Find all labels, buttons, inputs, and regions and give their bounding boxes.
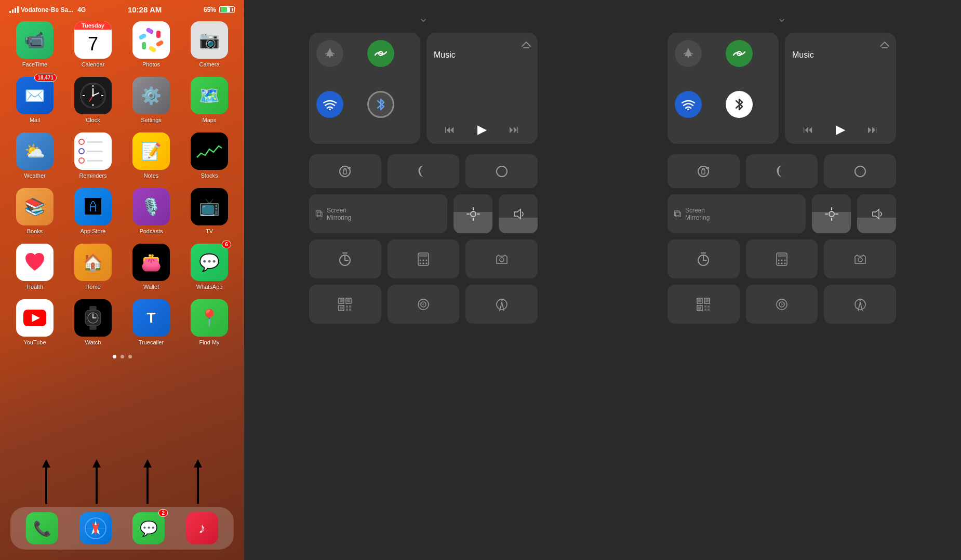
cc2-airplay-icon[interactable] [879, 39, 890, 51]
app-mail[interactable]: ✉️ 18,471 Mail [10, 77, 59, 123]
page-dot-3 [128, 355, 132, 358]
cc2-cellular-button[interactable] [726, 40, 753, 67]
facetime-icon: 📹 [16, 21, 54, 59]
cc1-airplane-button[interactable] [316, 40, 343, 67]
wallet-icon: 👛 [132, 244, 170, 281]
cc2-donotdisturb-button[interactable] [746, 154, 818, 188]
cc1-bluetooth-button[interactable] [367, 91, 394, 118]
app-notes[interactable]: 📝 Notes [127, 132, 176, 179]
time-label: 10:28 AM [128, 5, 162, 14]
cc1-camera-button[interactable] [465, 239, 538, 278]
cc2-fastforward-button[interactable]: ⏭ [867, 124, 878, 136]
svg-rect-6 [156, 31, 161, 38]
cc1-accessibility-button[interactable] [465, 285, 538, 324]
camera-icon: 📷 [191, 21, 228, 59]
svg-point-57 [426, 262, 428, 264]
app-weather[interactable]: ⛅ Weather [10, 132, 59, 179]
app-appstore[interactable]: 🅰 App Store [69, 188, 117, 234]
app-facetime[interactable]: 📹 FaceTime [10, 21, 59, 68]
cc2-flashlight-button[interactable] [746, 285, 818, 324]
safari-icon [79, 512, 112, 544]
cc1-extra-button[interactable] [465, 154, 538, 188]
svg-point-21 [92, 95, 94, 97]
youtube-label: YouTube [23, 339, 46, 345]
cc2-qr-button[interactable] [668, 285, 740, 324]
settings-label: Settings [141, 117, 162, 123]
cc2-rotation-lock-button[interactable] [668, 154, 740, 188]
cc2-camera-button[interactable] [824, 239, 896, 278]
cc2-brightness-slider[interactable] [812, 194, 851, 233]
dock-safari[interactable] [79, 512, 112, 544]
cc2-rewind-button[interactable]: ⏮ [803, 124, 813, 136]
dock-music[interactable]: ♪ [186, 512, 218, 544]
cc1-qr-button[interactable] [309, 285, 381, 324]
cc1-chevron[interactable]: ⌄ [418, 10, 429, 25]
cc1-volume-slider[interactable] [499, 194, 538, 233]
cc1-screen-mirror-button[interactable]: ⧉ ScreenMirroring [309, 194, 447, 233]
app-youtube[interactable]: YouTube [10, 299, 59, 345]
cc1-donotdisturb-button[interactable] [388, 154, 460, 188]
cc1-timer-button[interactable] [309, 239, 381, 278]
svg-rect-104 [708, 305, 710, 308]
app-findmy[interactable]: 📍 Find My [185, 299, 234, 345]
app-tv[interactable]: 📺 TV [185, 188, 234, 234]
whatsapp-label: WhatsApp [196, 284, 223, 290]
svg-rect-66 [349, 305, 351, 308]
app-truecaller[interactable]: T Truecaller [127, 299, 176, 345]
app-stocks[interactable]: Stocks [185, 132, 234, 179]
cc1-brightness-slider[interactable] [453, 194, 492, 233]
cc1-flashlight-button[interactable] [388, 285, 460, 324]
cc2-bluetooth-button[interactable] [726, 91, 753, 118]
page-dots [0, 355, 244, 358]
truecaller-label: Truecaller [139, 339, 164, 345]
cc2-accessibility-button[interactable] [824, 285, 896, 324]
cc2-calculator-button[interactable] [746, 239, 818, 278]
cc1-play-button[interactable]: ▶ [477, 122, 487, 137]
dock-phone[interactable]: 📞 [26, 512, 58, 544]
app-clock[interactable]: Clock [69, 77, 117, 123]
app-settings[interactable]: ⚙️ Settings [127, 77, 176, 123]
podcasts-icon: 🎙️ [132, 188, 170, 225]
cc2-wifi-button[interactable] [675, 91, 702, 118]
app-home[interactable]: 🏠 Home [69, 244, 117, 290]
cc1-fastforward-button[interactable]: ⏭ [509, 124, 519, 136]
cc1-rewind-button[interactable]: ⏮ [445, 124, 455, 136]
cc1-wifi-button[interactable] [316, 91, 343, 118]
arrow-overlay [0, 459, 244, 504]
cc1-airplay-icon[interactable] [521, 39, 531, 51]
cc2-screen-mirror-button[interactable]: ⧉ ScreenMirroring [668, 194, 806, 233]
app-camera[interactable]: 📷 Camera [185, 21, 234, 68]
cc2-chevron[interactable]: ⌄ [777, 10, 787, 25]
app-maps[interactable]: 🗺️ Maps [185, 77, 234, 123]
dock-messages[interactable]: 💬 2 [132, 512, 165, 544]
cc1-music-controls: ⏮ ▶ ⏭ [434, 122, 530, 137]
cc2-extra-button[interactable] [824, 154, 896, 188]
app-whatsapp[interactable]: 💬 6 WhatsApp [185, 244, 234, 290]
app-books[interactable]: 📚 Books [10, 188, 59, 234]
app-podcasts[interactable]: 🎙️ Podcasts [127, 188, 176, 234]
cc2-play-button[interactable]: ▶ [836, 122, 845, 137]
app-photos[interactable]: Photos [127, 21, 176, 68]
cc1-rotation-lock-button[interactable] [309, 154, 381, 188]
carrier-label: Vodafone-Be Sa... [21, 6, 73, 14]
svg-point-95 [784, 262, 786, 264]
books-label: Books [27, 228, 43, 234]
app-wallet[interactable]: 👛 Wallet [127, 244, 176, 290]
app-calendar[interactable]: Tuesday 7 Calendar [69, 21, 117, 68]
svg-point-54 [426, 259, 428, 261]
cc2-volume-slider[interactable] [857, 194, 896, 233]
control-center-2: ⌄ [603, 0, 961, 560]
app-grid: 📹 FaceTime Tuesday 7 Calendar [0, 16, 244, 351]
svg-point-52 [420, 259, 421, 261]
app-watch[interactable]: Watch [69, 299, 117, 345]
cc2-timer-button[interactable] [668, 239, 740, 278]
dock: 📞 💬 2 ♪ [10, 507, 234, 550]
notes-icon: 📝 [132, 132, 170, 170]
app-reminders[interactable]: Reminders [69, 132, 117, 179]
cc1-calculator-button[interactable] [388, 239, 460, 278]
cc1-cellular-button[interactable] [367, 40, 394, 67]
control-center-1: ⌄ [244, 0, 603, 560]
cc2-airplane-button[interactable] [675, 40, 702, 67]
messages-badge: 2 [158, 509, 168, 517]
app-health[interactable]: Health [10, 244, 59, 290]
